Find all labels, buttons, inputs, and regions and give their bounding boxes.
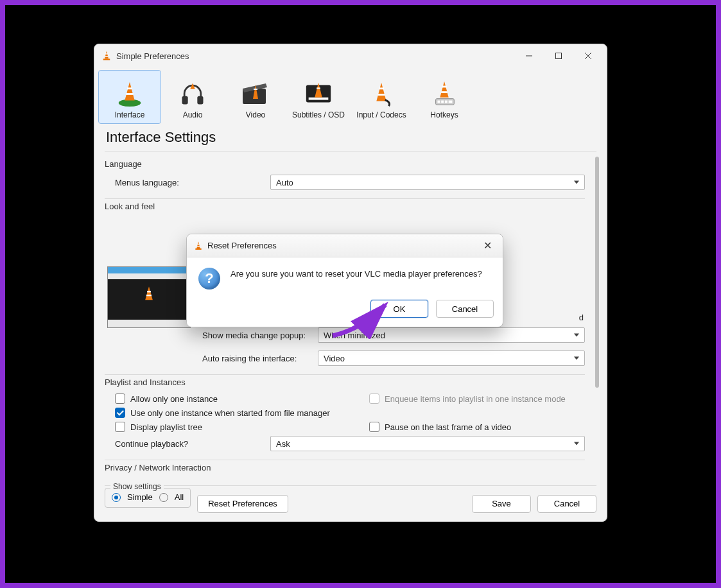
show-settings-group: Show settings Simple All (105, 488, 191, 508)
question-icon: ? (198, 268, 220, 290)
save-button[interactable]: Save (472, 495, 531, 513)
checkbox-label: Allow only one instance (130, 394, 218, 404)
category-toolbar: Interface Audio Video Subtitles / OSD In… (94, 67, 607, 128)
tab-hotkeys[interactable]: Hotkeys (413, 70, 476, 124)
dialog-message: Are you sure you want to reset your VLC … (230, 268, 482, 290)
cone-cable-icon (367, 78, 396, 108)
svg-rect-19 (442, 86, 447, 88)
svg-rect-9 (126, 93, 134, 95)
show-simple-radio[interactable] (112, 493, 121, 502)
dialog-title: Reset Preferences (207, 241, 277, 250)
svg-rect-10 (182, 96, 188, 105)
svg-rect-1 (105, 56, 109, 57)
tab-label: Hotkeys (430, 110, 458, 119)
select-value: Ask (276, 439, 290, 449)
subtitles-icon (304, 78, 333, 108)
window-title: Simple Preferences (116, 51, 189, 61)
svg-rect-25 (449, 101, 453, 103)
radio-label: All (175, 492, 184, 502)
clapperboard-icon (240, 78, 271, 108)
svg-rect-23 (441, 101, 444, 103)
tab-label: Interface (115, 110, 145, 119)
heading-divider (105, 151, 596, 151)
window-controls (514, 46, 603, 66)
menus-language-select[interactable]: Auto (270, 175, 585, 190)
scrollbar-thumb[interactable] (595, 157, 599, 388)
tab-interface[interactable]: Interface (98, 70, 161, 124)
svg-rect-22 (437, 101, 440, 103)
svg-rect-20 (441, 91, 447, 93)
svg-rect-28 (198, 243, 200, 244)
menus-language-label: Menus language: (105, 178, 264, 187)
tab-label: Video (246, 110, 265, 119)
svg-rect-30 (195, 248, 201, 250)
dialog-titlebar: Reset Preferences ✕ (187, 234, 503, 257)
tab-label: Subtitles / OSD (292, 110, 345, 119)
language-legend: Language (105, 158, 142, 173)
svg-rect-0 (106, 53, 108, 55)
pause-last-frame-checkbox[interactable]: Pause on the last frame of a video (369, 422, 585, 432)
checkbox-label: Use only one instance when started from … (130, 408, 330, 418)
playlist-legend: Playlist and Instances (105, 376, 186, 391)
look-legend: Look and feel (105, 200, 155, 215)
skin-preview (107, 266, 191, 328)
privacy-legend: Privacy / Network Interaction (105, 462, 211, 476)
tab-label: Audio (183, 110, 203, 119)
popup-label: Show media change popup: (202, 331, 311, 340)
bottom-bar: Show settings Simple All Reset Preferenc… (105, 485, 596, 521)
svg-rect-16 (317, 87, 320, 89)
select-value: When minimized (324, 331, 385, 340)
language-group: Language Menus language: Auto (105, 158, 585, 192)
reset-preferences-button[interactable]: Reset Preferences (197, 495, 288, 513)
svg-rect-18 (378, 94, 385, 96)
cancel-button[interactable]: Cancel (537, 495, 596, 513)
tab-audio[interactable]: Audio (161, 70, 224, 124)
dialog-close-button[interactable]: ✕ (478, 239, 496, 252)
tab-input-codecs[interactable]: Input / Codecs (350, 70, 413, 124)
svg-rect-26 (147, 291, 151, 292)
svg-rect-8 (127, 87, 132, 89)
radio-label: Simple (127, 492, 153, 502)
vertical-scrollbar[interactable] (594, 157, 600, 485)
tab-subtitles[interactable]: Subtitles / OSD (287, 70, 350, 124)
minimize-button[interactable] (514, 46, 544, 66)
reset-preferences-dialog: Reset Preferences ✕ ? Are you sure you w… (186, 234, 503, 327)
maximize-button[interactable] (544, 46, 573, 66)
close-button[interactable] (573, 46, 603, 66)
tab-video[interactable]: Video (224, 70, 287, 124)
allow-one-instance-checkbox[interactable]: Allow only one instance (115, 393, 331, 404)
checkbox-label: Pause on the last frame of a video (385, 422, 511, 432)
svg-rect-27 (146, 295, 152, 296)
page-heading: Interface Settings (94, 128, 607, 151)
continue-playback-select[interactable]: Ask (270, 436, 585, 451)
select-value: Auto (276, 178, 293, 187)
tab-label: Input / Codecs (356, 110, 406, 119)
playlist-group: Playlist and Instances Allow only one in… (105, 376, 585, 453)
checkbox-label: Enqueue items into playlist in one insta… (385, 394, 566, 404)
raise-select[interactable]: Video (318, 350, 585, 366)
dialog-ok-button[interactable]: OK (370, 300, 428, 318)
display-playlist-tree-checkbox[interactable]: Display playlist tree (115, 422, 331, 432)
svg-rect-24 (445, 101, 447, 103)
checkbox-label: Display playlist tree (130, 422, 202, 432)
headphones-icon (178, 78, 207, 108)
continue-playback-label: Continue playback? (105, 439, 264, 449)
use-one-instance-fm-checkbox[interactable]: Use only one instance when started from … (115, 408, 585, 418)
show-all-radio[interactable] (159, 493, 168, 502)
svg-rect-2 (103, 59, 110, 60)
app-cone-icon (101, 50, 112, 62)
svg-rect-13 (254, 89, 257, 90)
svg-rect-17 (379, 87, 384, 89)
enqueue-checkbox: Enqueue items into playlist in one insta… (369, 393, 585, 404)
cone-icon (193, 241, 204, 251)
select-value: Video (324, 354, 345, 363)
show-settings-legend: Show settings (110, 482, 164, 491)
svg-rect-15 (309, 98, 329, 100)
raise-label: Auto raising the interface: (202, 354, 311, 363)
privacy-group: Privacy / Network Interaction (105, 462, 585, 476)
svg-rect-29 (197, 246, 200, 246)
cone-on-mat-icon (115, 78, 144, 108)
cone-icon (140, 285, 158, 306)
popup-select[interactable]: When minimized (318, 327, 585, 343)
dialog-cancel-button[interactable]: Cancel (436, 300, 494, 318)
